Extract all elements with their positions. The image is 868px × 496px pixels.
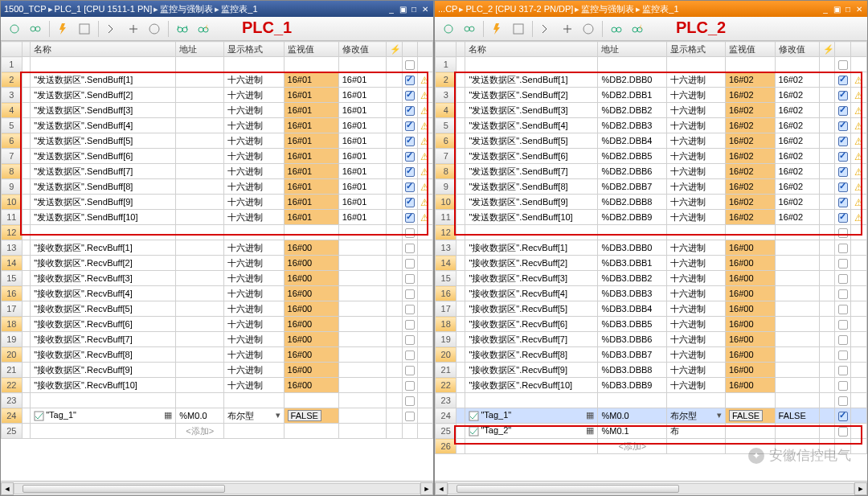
cell-format[interactable]: [667, 225, 726, 240]
checkbox[interactable]: [838, 91, 848, 100]
cell-addr[interactable]: [598, 57, 667, 72]
cell-modify[interactable]: 16#01: [338, 179, 387, 195]
cell-format[interactable]: 十六进制: [667, 256, 726, 271]
table-row[interactable]: 12: [436, 225, 867, 240]
row-number[interactable]: 14: [436, 256, 457, 271]
cell-name[interactable]: "接收数据区".RecvBuff[5]: [465, 301, 598, 317]
cell-monitor[interactable]: [284, 57, 338, 72]
row-number[interactable]: 8: [436, 164, 457, 179]
checkbox[interactable]: [838, 106, 848, 116]
cell-name[interactable]: "发送数据区".SendBuff[2]: [465, 88, 598, 103]
cell-format[interactable]: 十六进制: [223, 195, 284, 210]
cell-addr[interactable]: %DB3.DBB8: [598, 363, 667, 378]
table-row[interactable]: 1: [436, 57, 867, 72]
row-number[interactable]: 25: [2, 424, 23, 439]
cell-format[interactable]: 十六进制: [223, 164, 284, 179]
cell-format[interactable]: 十六进制: [667, 301, 726, 317]
cell-monitor[interactable]: 16#00: [725, 240, 775, 256]
table-row[interactable]: 7"发送数据区".SendBuff[6]%DB2.DBB5十六进制16#0216…: [436, 149, 867, 164]
row-number[interactable]: 8: [2, 164, 23, 179]
cell-format[interactable]: 十六进制: [223, 133, 284, 149]
checkbox[interactable]: [405, 60, 415, 70]
cell-name[interactable]: "接收数据区".RecvBuff[1]: [31, 240, 176, 256]
cell-monitor[interactable]: 16#00: [725, 347, 775, 363]
row-number[interactable]: 24: [436, 408, 457, 424]
cell-name[interactable]: "接收数据区".RecvBuff[3]: [31, 271, 176, 286]
cell-format[interactable]: 十六进制: [223, 286, 284, 301]
table-row[interactable]: 9"发送数据区".SendBuff[8]%DB2.DBB7十六进制16#0216…: [436, 179, 867, 195]
table-row[interactable]: 1: [2, 57, 433, 72]
table-row[interactable]: 6"发送数据区".SendBuff[5]十六进制16#0116#01: [2, 133, 433, 149]
cell-addr[interactable]: [176, 103, 224, 118]
table-row[interactable]: 25"Tag_2"▦%M0.1布: [436, 424, 867, 439]
checkbox[interactable]: [405, 213, 415, 223]
table-row[interactable]: 18"接收数据区".RecvBuff[6]十六进制16#00: [2, 317, 433, 332]
row-number[interactable]: 11: [436, 210, 457, 225]
row-number[interactable]: 10: [436, 195, 457, 210]
table-row[interactable]: 19"接收数据区".RecvBuff[7]%DB3.DBB6十六进制16#00: [436, 332, 867, 347]
cell-check[interactable]: [402, 256, 417, 271]
table-row[interactable]: 20"接收数据区".RecvBuff[8]十六进制16#00: [2, 347, 433, 363]
table-row[interactable]: 26<添加>: [436, 439, 867, 454]
restore-icon[interactable]: ▣: [398, 4, 407, 14]
table-row[interactable]: 5"发送数据区".SendBuff[4]十六进制16#0116#01: [2, 118, 433, 133]
scroll-right-arrow[interactable]: ►: [420, 482, 433, 495]
cell-modify[interactable]: [338, 332, 387, 347]
cell-name[interactable]: "发送数据区".SendBuff[9]: [31, 195, 176, 210]
cell-monitor[interactable]: 16#00: [725, 332, 775, 347]
cell-modify[interactable]: [775, 424, 819, 439]
checkbox[interactable]: [405, 305, 415, 314]
cell-modify[interactable]: [338, 347, 387, 363]
cell-check[interactable]: [835, 164, 851, 179]
table-row[interactable]: 23: [2, 393, 433, 408]
cell-check[interactable]: [835, 88, 851, 103]
cell-monitor[interactable]: FALSE: [284, 408, 338, 424]
row-number[interactable]: 2: [436, 72, 457, 88]
cell-name[interactable]: "发送数据区".SendBuff[3]: [465, 103, 598, 118]
cell-addr[interactable]: %DB3.DBB6: [598, 332, 667, 347]
cell-format[interactable]: 十六进制: [223, 256, 284, 271]
cell-monitor[interactable]: 16#02: [725, 164, 775, 179]
row-number[interactable]: 23: [436, 393, 457, 408]
row-number[interactable]: 6: [2, 133, 23, 149]
row-number[interactable]: 12: [436, 225, 457, 240]
cell-monitor[interactable]: 16#00: [284, 286, 338, 301]
maximize-icon[interactable]: □: [843, 4, 853, 14]
cell-name[interactable]: "发送数据区".SendBuff[6]: [31, 149, 176, 164]
table-row[interactable]: 2"发送数据区".SendBuff[1]十六进制16#0116#01: [2, 72, 433, 88]
row-number[interactable]: 1: [2, 57, 23, 72]
cell-monitor[interactable]: [725, 393, 775, 408]
row-number[interactable]: 2: [2, 72, 23, 88]
cell-format[interactable]: 布尔型▾: [223, 408, 284, 424]
row-number[interactable]: 20: [2, 347, 23, 363]
cell-monitor[interactable]: 16#02: [725, 72, 775, 88]
cell-name[interactable]: "接收数据区".RecvBuff[9]: [465, 363, 598, 378]
cell-modify[interactable]: [775, 363, 819, 378]
cell-addr[interactable]: [176, 72, 224, 88]
cell-modify[interactable]: [775, 439, 819, 454]
checkbox[interactable]: [405, 198, 415, 207]
cell-monitor[interactable]: [284, 225, 338, 240]
th-icon[interactable]: [457, 42, 465, 57]
glasses-icon[interactable]: [174, 20, 191, 38]
table-row[interactable]: 11"发送数据区".SendBuff[10]十六进制16#0116#01: [2, 210, 433, 225]
th-fmt[interactable]: 显示格式: [667, 42, 726, 57]
cell-name[interactable]: "接收数据区".RecvBuff[2]: [465, 256, 598, 271]
cell-format[interactable]: 十六进制: [667, 210, 726, 225]
cell-check[interactable]: [835, 72, 851, 88]
cell-name[interactable]: [465, 225, 598, 240]
cell-check[interactable]: [402, 72, 417, 88]
cell-modify[interactable]: 16#02: [775, 103, 819, 118]
cell-addr[interactable]: %DB3.DBB9: [598, 378, 667, 393]
cell-addr[interactable]: [176, 195, 224, 210]
table-row[interactable]: 24"Tag_1"▦%M0.0布尔型▾FALSE: [2, 408, 433, 424]
cell-addr[interactable]: %DB2.DBB6: [598, 164, 667, 179]
table-row[interactable]: 10"发送数据区".SendBuff[9]十六进制16#0116#01: [2, 195, 433, 210]
cell-monitor[interactable]: FALSE: [725, 408, 775, 424]
row-number[interactable]: 4: [436, 103, 457, 118]
cell-addr[interactable]: [176, 57, 224, 72]
cell-monitor[interactable]: [725, 439, 775, 454]
cell-format[interactable]: 十六进制: [223, 332, 284, 347]
scroll-left-arrow[interactable]: ◄: [435, 482, 448, 495]
cell-addr[interactable]: [598, 393, 667, 408]
